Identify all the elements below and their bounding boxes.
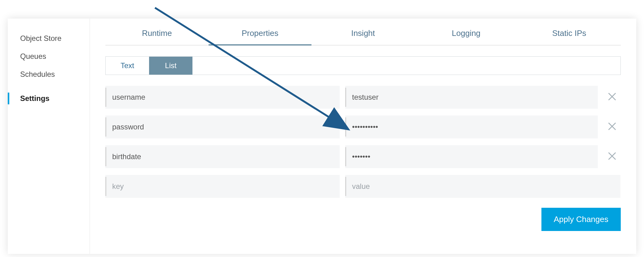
delete-row-button[interactable] (603, 118, 621, 136)
property-value-input[interactable] (345, 175, 620, 198)
property-value-input[interactable] (345, 86, 598, 109)
property-row (105, 145, 621, 168)
property-key-cell (105, 175, 340, 198)
main-content: Runtime Properties Insight Logging Stati… (90, 19, 636, 254)
property-value-cell (345, 175, 620, 198)
tab-logging[interactable]: Logging (415, 22, 518, 45)
property-key-input[interactable] (105, 86, 340, 109)
close-icon (607, 151, 617, 163)
properties-list (105, 86, 621, 205)
close-icon (607, 121, 617, 133)
sidebar-item-label: Queues (20, 52, 46, 60)
tab-bar: Runtime Properties Insight Logging Stati… (105, 22, 621, 46)
sidebar-item-label: Schedules (20, 70, 55, 78)
toggle-label: Text (121, 61, 134, 70)
tab-label: Logging (452, 28, 481, 38)
tab-label: Insight (351, 28, 375, 38)
close-icon (607, 91, 617, 103)
property-key-input[interactable] (105, 175, 340, 198)
property-key-cell (105, 145, 340, 168)
property-value-input[interactable] (345, 115, 598, 138)
sidebar-item-object-store[interactable]: Object Store (8, 29, 90, 47)
sidebar-item-schedules[interactable]: Schedules (8, 65, 90, 83)
sidebar-item-label: Object Store (20, 34, 61, 42)
property-row (105, 86, 621, 109)
delete-row-button[interactable] (603, 148, 621, 165)
tab-insight[interactable]: Insight (311, 22, 415, 45)
tab-properties[interactable]: Properties (209, 22, 312, 45)
tab-label: Static IPs (552, 28, 586, 38)
view-toggle-list[interactable]: List (149, 57, 192, 75)
sidebar-item-label: Settings (20, 94, 50, 102)
tab-static-ips[interactable]: Static IPs (518, 22, 621, 45)
view-toggle-text[interactable]: Text (106, 57, 149, 75)
view-toggle: Text List (105, 56, 621, 75)
property-value-cell (345, 86, 598, 109)
sidebar-item-queues[interactable]: Queues (8, 47, 90, 65)
sidebar: Object Store Queues Schedules Settings (8, 19, 90, 254)
app-panel: Object Store Queues Schedules Settings R… (8, 19, 636, 254)
tab-label: Runtime (142, 28, 172, 38)
property-value-input[interactable] (345, 145, 598, 168)
tab-label: Properties (242, 28, 279, 38)
property-row (105, 115, 621, 138)
delete-row-button[interactable] (603, 89, 621, 106)
property-key-input[interactable] (105, 145, 340, 168)
button-label: Apply Changes (554, 215, 608, 224)
property-key-cell (105, 115, 340, 138)
apply-changes-button[interactable]: Apply Changes (541, 208, 621, 231)
property-value-cell (345, 145, 598, 168)
toggle-label: List (165, 61, 176, 70)
property-value-cell (345, 115, 598, 138)
property-row-new (105, 175, 621, 198)
property-key-input[interactable] (105, 115, 340, 138)
tab-runtime[interactable]: Runtime (105, 22, 209, 45)
sidebar-item-settings[interactable]: Settings (8, 89, 90, 107)
apply-bar: Apply Changes (105, 208, 621, 231)
property-key-cell (105, 86, 340, 109)
